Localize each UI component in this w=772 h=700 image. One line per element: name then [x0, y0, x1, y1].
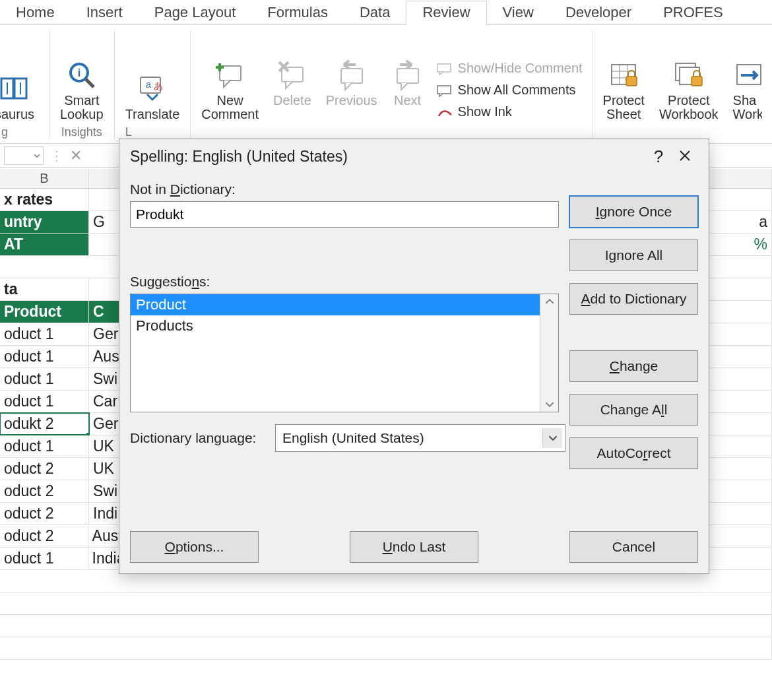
cell[interactable]: odukt 2 — [0, 413, 89, 435]
delete-comment-icon — [276, 59, 308, 91]
add-to-dictionary-button[interactable]: Add to Dictionary — [569, 283, 698, 315]
tab-profes[interactable]: PROFES — [647, 1, 723, 24]
smart-lookup-button[interactable]: i SmartLookup — [56, 57, 108, 123]
cancel-button[interactable]: Cancel — [569, 531, 698, 563]
cell[interactable]: Product — [0, 301, 89, 323]
share-workbook-icon — [733, 59, 762, 91]
cell[interactable]: oduct 2 — [0, 503, 89, 525]
cell[interactable]: a — [703, 211, 772, 233]
protect-sheet-button[interactable]: ProtectSheet — [599, 57, 649, 123]
cell[interactable]: oduct 1 — [0, 346, 89, 367]
autocorrect-button[interactable]: AutoCorrect — [569, 437, 698, 469]
show-all-comments-button[interactable]: Show All Comments — [434, 81, 585, 99]
cell[interactable] — [0, 615, 772, 637]
translate-label: Translate — [125, 108, 180, 121]
name-box[interactable] — [4, 146, 44, 165]
dictionary-language-value: English (United States) — [282, 430, 424, 446]
previous-comment-button[interactable]: Previous — [322, 57, 381, 109]
not-in-dictionary-label: Not in Dictionary: — [130, 181, 698, 197]
new-comment-label1: New — [217, 93, 243, 108]
tab-insert[interactable]: Insert — [71, 1, 139, 24]
change-button[interactable]: Change — [569, 350, 698, 382]
comments-group-caption — [389, 125, 393, 139]
next-comment-button[interactable]: Next — [388, 57, 428, 109]
cell[interactable] — [0, 637, 772, 659]
protect-workbook-button[interactable]: ProtectWorkbook — [655, 57, 723, 123]
delete-comment-button[interactable]: Delete — [269, 57, 315, 109]
cell[interactable]: oduct 2 — [0, 525, 88, 547]
previous-comment-label: Previous — [326, 94, 377, 108]
new-comment-button[interactable]: NewComment — [197, 57, 263, 123]
insights-group-caption: Insights — [61, 125, 102, 139]
tab-data[interactable]: Data — [344, 1, 406, 24]
new-comment-label2: Comment — [201, 108, 259, 121]
protect-workbook-icon — [673, 59, 705, 91]
chevron-down-icon — [542, 428, 562, 448]
tab-developer[interactable]: Developer — [550, 1, 647, 24]
next-comment-label: Next — [394, 94, 421, 108]
translate-button[interactable]: aあ Translate — [121, 71, 184, 123]
not-in-dictionary-input[interactable] — [130, 201, 559, 228]
help-button[interactable]: ? — [645, 146, 672, 167]
ignore-all-button[interactable]: Ignore All — [569, 239, 698, 271]
cell[interactable]: oduct 2 — [0, 480, 89, 502]
dialog-title: Spelling: English (United States) — [130, 148, 645, 166]
share-workbook-label1: Sha — [733, 93, 757, 108]
tab-review[interactable]: Review — [406, 1, 486, 25]
cell[interactable]: oduct 1 — [0, 435, 89, 457]
chevron-down-icon — [34, 152, 40, 159]
tab-view[interactable]: View — [487, 1, 550, 24]
cell[interactable] — [0, 592, 772, 614]
share-workbook-button[interactable]: ShaWork — [729, 57, 762, 123]
col-header-b[interactable]: B — [0, 169, 89, 188]
svg-text:i: i — [78, 67, 80, 79]
ribbon: saurus g i SmartLookup Insights — [0, 25, 772, 144]
suggestion-item[interactable]: Product — [131, 294, 540, 315]
tab-formulas[interactable]: Formulas — [251, 1, 344, 24]
show-hide-comment-label: Show/Hide Comment — [458, 61, 583, 76]
cell[interactable]: AT — [0, 234, 89, 255]
share-workbook-label2: Work — [733, 108, 762, 121]
cell[interactable]: ta — [0, 278, 89, 300]
delete-comment-label: Delete — [273, 94, 311, 108]
svg-rect-18 — [437, 64, 451, 72]
ignore-once-button[interactable]: Ignore Once — [569, 196, 698, 228]
suggestions-list[interactable]: Product Products — [130, 294, 559, 412]
thesaurus-button[interactable]: saurus — [0, 71, 38, 123]
tab-page-layout[interactable]: Page Layout — [139, 1, 252, 24]
tab-home[interactable]: Home — [0, 1, 71, 24]
protect-workbook-label2: Workbook — [659, 108, 719, 121]
cell[interactable]: x rates — [0, 189, 89, 210]
cell[interactable]: oduct 1 — [0, 323, 89, 345]
separator: ⋮ — [50, 148, 63, 164]
change-all-button[interactable]: Change All — [569, 394, 698, 426]
show-hide-comment-button[interactable]: Show/Hide Comment — [434, 59, 585, 77]
cell[interactable]: % — [703, 234, 772, 255]
show-ink-button[interactable]: Show Ink — [434, 103, 585, 121]
cell[interactable]: oduct 1 — [0, 391, 89, 412]
cell[interactable]: oduct 1 — [0, 548, 88, 569]
cell[interactable]: oduct 1 — [0, 368, 89, 390]
svg-rect-19 — [437, 86, 451, 94]
previous-comment-icon — [336, 59, 368, 91]
close-button[interactable] — [672, 146, 698, 167]
protect-sheet-icon — [608, 59, 639, 91]
cell[interactable]: untry — [0, 211, 89, 233]
magnifier-info-icon: i — [66, 59, 98, 91]
svg-rect-28 — [692, 77, 702, 86]
cancel-formula-icon[interactable]: ✕ — [70, 147, 82, 164]
scrollbar[interactable] — [540, 294, 558, 412]
svg-line-5 — [86, 79, 94, 87]
book-icon — [0, 73, 30, 105]
ink-icon — [437, 106, 454, 119]
chevron-up-icon — [545, 297, 554, 306]
options-button[interactable]: Options... — [130, 531, 259, 563]
new-comment-icon — [214, 59, 246, 91]
dictionary-language-label: Dictionary language: — [130, 430, 262, 446]
dictionary-language-select[interactable]: English (United States) — [275, 424, 565, 452]
suggestion-item[interactable]: Products — [131, 315, 540, 336]
ribbon-tabs: Home Insert Page Layout Formulas Data Re… — [0, 0, 772, 25]
proofing-group-caption: g — [1, 125, 8, 139]
undo-last-button[interactable]: Undo Last — [350, 531, 478, 563]
cell[interactable]: oduct 2 — [0, 458, 89, 480]
